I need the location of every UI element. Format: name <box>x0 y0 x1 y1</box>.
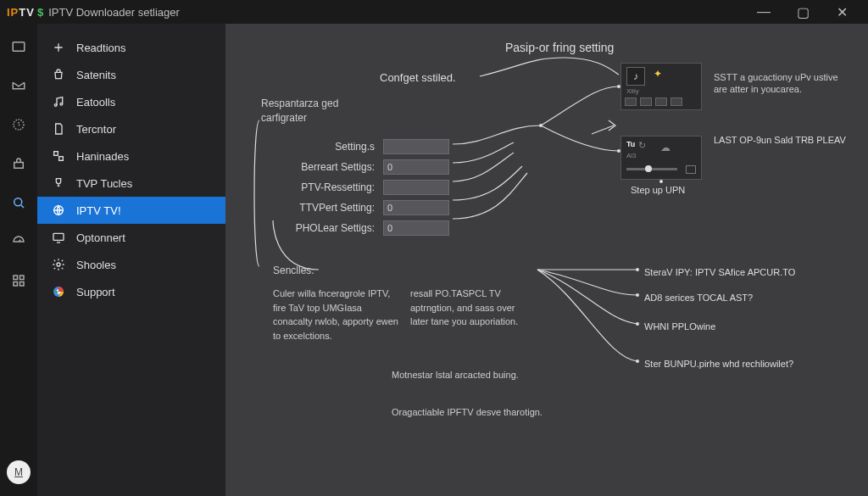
trophy-icon <box>51 176 66 191</box>
library-icon[interactable] <box>11 156 26 171</box>
svg-point-14 <box>57 263 60 266</box>
nav-rail: M <box>0 24 37 496</box>
globe-icon <box>51 203 66 218</box>
sidebar-item-label: TVP Tucles <box>76 177 132 190</box>
sidebar-item-label: Tercntor <box>76 123 116 136</box>
setting-label: PTV-Ressetting: <box>273 181 383 193</box>
svg-point-21 <box>636 268 639 271</box>
refresh-icon: ↻ <box>638 140 646 151</box>
caption-sstt: SSTT a gucactiony uPv ustive are atter i… <box>714 71 849 96</box>
sidebar-item-eatoolls[interactable]: Eatoolls <box>37 88 225 115</box>
preview-line-label: Al3 <box>626 152 637 159</box>
brand-dollar-icon: $ <box>37 6 43 19</box>
page-title: Pasip-or fring setting <box>505 41 614 54</box>
setting-input[interactable] <box>383 200 449 215</box>
note-item: SteraV IPY: IPTV SAfice APCUR.TO <box>644 266 814 278</box>
sidebar-item-label: Haninades <box>76 150 129 163</box>
preview-panel-2: Tu ↻ ☁ Al3 <box>620 136 702 180</box>
note-item: WHNI PPLOwine <box>644 320 814 332</box>
svg-rect-7 <box>20 282 25 287</box>
svg-rect-13 <box>53 233 64 240</box>
maximize-button[interactable]: ▢ <box>783 0 822 24</box>
description-text-2: Motnestar lstal arcacted buing. <box>392 368 544 382</box>
setting-input[interactable] <box>383 159 449 175</box>
sidebar-item-label: Eatoolls <box>76 96 115 109</box>
sidebar-item-label: Optonnert <box>76 231 125 244</box>
minimize-button[interactable]: — <box>744 0 783 24</box>
svg-point-9 <box>60 103 63 105</box>
sidebar-item-readtions[interactable]: Readtions <box>37 34 225 61</box>
preview-panel-1: ♪ ✦ Xilly <box>620 63 702 110</box>
sidebar-item-shooles[interactable]: Shooles <box>37 251 225 278</box>
sidebar-item-label: Shooles <box>76 259 116 271</box>
chrome-icon <box>51 284 66 299</box>
cloud-icon: ☁ <box>660 142 670 153</box>
preview-thumb-icon: ♪ <box>626 67 645 86</box>
config-subtitle: Confget sstiled. <box>380 71 456 84</box>
sidebar-item-optonnert[interactable]: Optonnert <box>37 224 225 251</box>
setting-row: TTVPert Setting: <box>273 198 485 217</box>
setting-input[interactable] <box>383 180 449 195</box>
window-title: IPTV Downloader setliager <box>48 6 180 19</box>
sidebar-item-label: IPTV TV! <box>76 204 121 217</box>
setting-input[interactable] <box>383 139 449 154</box>
description-text-3: Oragactiable IPFTV desve tharotign. <box>392 405 544 420</box>
sidebar-item-haninades[interactable]: Haninades <box>37 142 225 170</box>
tile-icon <box>51 148 66 164</box>
svg-rect-4 <box>14 276 18 280</box>
setting-row: PHOLear Settigs: <box>273 219 485 237</box>
preview-sub-label: Xilly <box>626 87 639 95</box>
sidebar-item-support[interactable]: Support <box>37 278 225 305</box>
sidebar-item-tvptucles[interactable]: TVP Tucles <box>37 170 225 197</box>
caption-last: LAST OP-9un Sald TRB PLEAV <box>714 134 849 146</box>
svg-point-20 <box>659 180 663 183</box>
titlebar: IPTV $ IPTV Downloader setliager — ▢ ✕ <box>0 0 868 24</box>
sidebar-item-label: Satenits <box>76 69 116 81</box>
sidebar-item-label: Readtions <box>76 42 126 54</box>
brand-logo: IPTV <box>7 6 35 19</box>
note-item: Ster BUNPU.pirhe whd rechliowilet? <box>644 358 814 370</box>
preview-end-box <box>686 165 696 174</box>
svg-point-24 <box>636 359 639 363</box>
sidebar-item-satenits[interactable]: Satenits <box>37 61 225 88</box>
avatar[interactable]: M <box>7 460 31 484</box>
dashboard-icon[interactable] <box>11 234 26 249</box>
sidebar-item-iptvtv[interactable]: IPTV TV! <box>37 197 225 224</box>
history-icon[interactable] <box>11 117 26 132</box>
description-text-1: Culer willa fnceragrole IPTV, fire TaV t… <box>273 287 536 343</box>
preview-tu-label: Tu <box>626 140 635 148</box>
monitor-icon <box>51 230 66 245</box>
svg-point-8 <box>54 104 57 107</box>
svg-point-3 <box>14 198 22 206</box>
setting-input[interactable] <box>383 220 449 236</box>
setting-label: Berreart Settigs: <box>273 161 383 173</box>
progress-bar[interactable] <box>626 168 677 170</box>
settings-group: Setting.s Berreart Settigs: PTV-Ressetti… <box>273 137 485 239</box>
mail-icon[interactable] <box>11 78 26 93</box>
browse-icon[interactable] <box>11 39 26 54</box>
note-item: AD8 serices TOCAL AST? <box>644 292 814 304</box>
setting-label: TTVPert Setting: <box>273 202 383 214</box>
music-icon <box>51 94 66 109</box>
setting-row: PTV-Ressetting: <box>273 178 485 197</box>
svg-rect-11 <box>59 157 64 161</box>
svg-point-22 <box>636 293 639 297</box>
sidebar-item-label: Support <box>76 286 115 298</box>
svg-point-23 <box>636 322 639 326</box>
svg-point-17 <box>539 124 542 127</box>
apps-icon[interactable] <box>11 273 26 288</box>
section-label: Respantarza ged carfigrater <box>261 97 363 125</box>
sidebar-item-tercntor[interactable]: Tercntor <box>37 115 225 142</box>
caption-step: Step up UPN <box>631 185 685 195</box>
page-icon <box>51 121 66 137</box>
gear-icon <box>51 257 66 272</box>
svg-rect-2 <box>14 163 24 169</box>
svg-rect-10 <box>54 152 58 156</box>
close-button[interactable]: ✕ <box>822 0 861 24</box>
sidebar: Readtions Satenits Eatoolls Tercntor Han… <box>37 24 225 496</box>
setting-label: Setting.s <box>273 141 383 153</box>
search-icon[interactable] <box>11 195 26 210</box>
svg-rect-5 <box>20 276 25 280</box>
setting-label: PHOLear Settigs: <box>273 222 383 234</box>
main-panel: Pasip-or fring setting Confget sstiled. … <box>225 24 868 496</box>
